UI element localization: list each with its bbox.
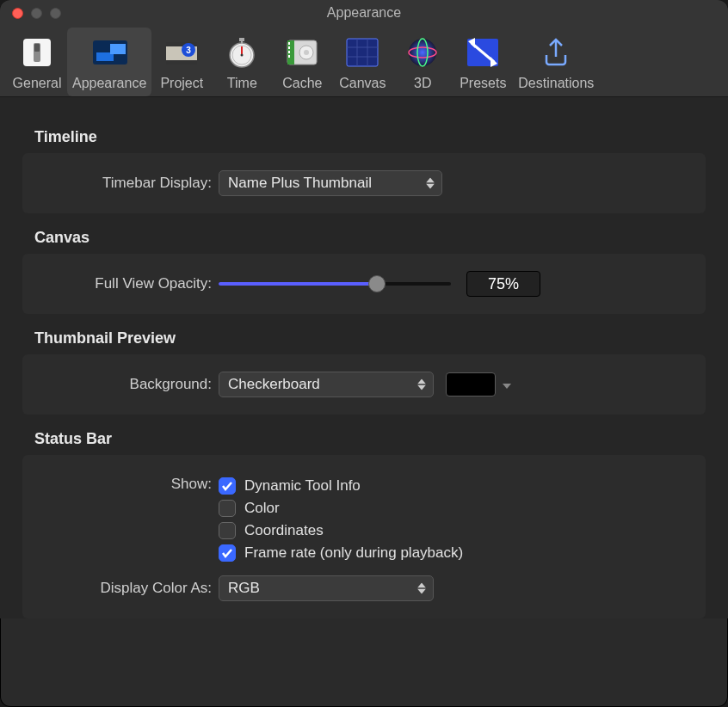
- checkbox-color[interactable]: [219, 500, 236, 517]
- window-title: Appearance: [327, 5, 401, 21]
- time-icon: [224, 34, 260, 71]
- select-value: Checkerboard: [228, 376, 320, 393]
- show-label: Show:: [38, 472, 219, 493]
- select-value: Name Plus Thumbnail: [228, 175, 372, 192]
- tab-label: Time: [227, 76, 257, 91]
- svg-marker-39: [417, 379, 426, 384]
- tab-label: 3D: [414, 76, 431, 91]
- 3d-icon: [404, 34, 441, 71]
- tab-label: Appearance: [72, 76, 146, 91]
- svg-marker-43: [417, 589, 426, 594]
- tab-label: Canvas: [339, 76, 386, 91]
- checkbox-coordinates[interactable]: [219, 522, 236, 539]
- cache-icon: [284, 34, 320, 71]
- svg-rect-21: [288, 51, 290, 53]
- project-icon: 3: [163, 34, 200, 71]
- content-area: Timeline Timebar Display: Name Plus Thum…: [0, 97, 728, 618]
- tab-label: Project: [160, 76, 203, 91]
- panel-thumbnail: Background: Checkerboard: [22, 354, 706, 415]
- panel-timeline: Timebar Display: Name Plus Thumbnail: [22, 153, 706, 213]
- svg-rect-2: [34, 44, 40, 52]
- titlebar: Appearance: [0, 0, 728, 26]
- svg-marker-37: [426, 178, 435, 183]
- svg-text:3: 3: [187, 46, 192, 55]
- window-controls: [12, 8, 61, 19]
- svg-rect-14: [241, 40, 243, 44]
- minimize-window-button[interactable]: [31, 8, 42, 19]
- panel-canvas: Full View Opacity: 75%: [22, 254, 706, 314]
- background-label: Background:: [38, 376, 219, 393]
- checkbox-label: Frame rate (only during playback): [244, 544, 463, 562]
- opacity-value-field[interactable]: 75%: [466, 271, 540, 297]
- timebar-display-label: Timebar Display:: [38, 175, 219, 192]
- checkbox-label: Coordinates: [244, 522, 324, 539]
- display-color-label: Display Color As:: [38, 580, 219, 597]
- chevron-down-icon[interactable]: [503, 376, 511, 393]
- tab-3d[interactable]: 3D: [392, 28, 453, 96]
- chevron-updown-icon: [424, 178, 436, 189]
- preferences-window: Appearance General Appearance 3 Project: [0, 0, 728, 707]
- svg-rect-5: [110, 44, 126, 54]
- slider-thumb[interactable]: [368, 275, 386, 292]
- option-color: Color: [219, 500, 463, 517]
- svg-marker-41: [503, 384, 511, 389]
- svg-point-24: [304, 50, 309, 55]
- option-coordinates: Coordinates: [219, 522, 463, 539]
- tab-appearance[interactable]: Appearance: [67, 28, 151, 96]
- appearance-icon: [91, 34, 127, 71]
- tab-cache[interactable]: Cache: [272, 28, 332, 96]
- close-window-button[interactable]: [12, 8, 23, 19]
- display-color-select[interactable]: RGB: [219, 575, 434, 601]
- panel-statusbar: Show: Dynamic Tool Info Color: [22, 455, 706, 618]
- background-color-well[interactable]: [446, 372, 496, 397]
- select-value: RGB: [228, 580, 260, 597]
- tab-project[interactable]: 3 Project: [151, 28, 212, 96]
- canvas-icon: [344, 34, 380, 71]
- tab-label: Destinations: [518, 76, 594, 91]
- svg-marker-42: [417, 583, 426, 588]
- tab-general[interactable]: General: [7, 28, 67, 96]
- checkbox-label: Color: [244, 500, 280, 517]
- presets-icon: [465, 34, 501, 71]
- tab-destinations[interactable]: Destinations: [513, 28, 599, 96]
- general-icon: [19, 34, 55, 71]
- tab-time[interactable]: Time: [212, 28, 272, 96]
- option-frame-rate: Frame rate (only during playback): [219, 544, 463, 562]
- section-title-statusbar: Status Bar: [34, 430, 706, 448]
- checkbox-label: Dynamic Tool Info: [244, 477, 361, 495]
- svg-rect-20: [288, 46, 290, 49]
- section-title-timeline: Timeline: [34, 128, 706, 146]
- svg-marker-40: [417, 385, 426, 390]
- section-title-thumbnail: Thumbnail Preview: [34, 329, 706, 347]
- destinations-icon: [538, 34, 574, 71]
- slider-fill: [219, 282, 377, 286]
- svg-point-16: [241, 54, 244, 57]
- checkbox-frame-rate[interactable]: [219, 544, 236, 562]
- section-title-canvas: Canvas: [34, 229, 706, 247]
- preferences-toolbar: General Appearance 3 Project Time Cache: [0, 26, 728, 97]
- timebar-display-select[interactable]: Name Plus Thumbnail: [219, 170, 442, 196]
- option-dynamic-tool-info: Dynamic Tool Info: [219, 477, 463, 495]
- opacity-slider[interactable]: [219, 282, 451, 286]
- svg-rect-22: [288, 55, 290, 58]
- svg-rect-19: [288, 42, 290, 45]
- zoom-window-button[interactable]: [50, 8, 61, 19]
- tab-label: Cache: [282, 76, 322, 91]
- background-select[interactable]: Checkerboard: [219, 372, 434, 397]
- svg-rect-8: [166, 60, 197, 65]
- tab-label: General: [13, 76, 62, 91]
- checkbox-dynamic-tool-info[interactable]: [219, 477, 236, 495]
- show-options-stack: Dynamic Tool Info Color Coordinates: [219, 472, 463, 567]
- chevron-updown-icon: [416, 583, 428, 594]
- svg-rect-25: [347, 39, 378, 66]
- svg-marker-38: [426, 184, 435, 189]
- chevron-updown-icon: [416, 379, 428, 390]
- tab-canvas[interactable]: Canvas: [332, 28, 392, 96]
- tab-presets[interactable]: Presets: [453, 28, 513, 96]
- svg-point-30: [409, 39, 436, 66]
- opacity-label: Full View Opacity:: [38, 275, 219, 292]
- tab-label: Presets: [460, 76, 506, 91]
